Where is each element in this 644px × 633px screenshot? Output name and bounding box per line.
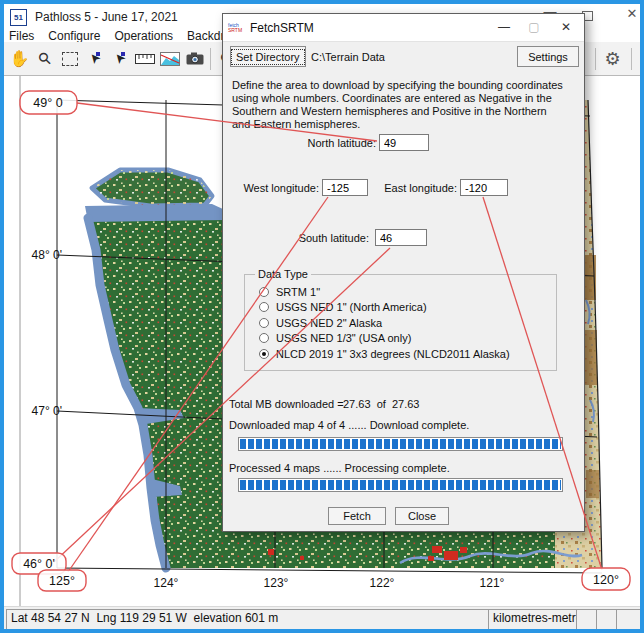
radio-label: USGS NED 2" Alaska (276, 317, 382, 329)
download-progress-bar (238, 437, 563, 451)
pathloss-app-icon: 51 (10, 9, 27, 26)
radio-usgs-ned-third[interactable]: USGS NED 1/3" (USA only) (259, 331, 556, 347)
help-icon[interactable]: ? (632, 47, 644, 71)
toolbar-separator (210, 48, 211, 70)
fetch-button[interactable]: Fetch (328, 507, 386, 525)
window-title: Pathloss 5 - June 17, 2021 (35, 10, 178, 24)
radio-nlcd-2019[interactable]: NLCD 2019 1" 3x3 degrees (NLCD2011 Alask… (259, 346, 556, 362)
menu-operations[interactable]: Operations (114, 29, 173, 43)
zoom-icon[interactable]: ⚲ (32, 47, 57, 71)
radio-icon[interactable] (259, 287, 269, 297)
lng-tick-124: 124° (154, 576, 179, 590)
radio-srtm-1[interactable]: SRTM 1" (259, 284, 556, 300)
pan-hand-icon[interactable]: ✋ (7, 47, 32, 71)
total-mb-label: Total MB downloaded = (229, 398, 344, 410)
menu-files[interactable]: Files (9, 29, 34, 43)
fetchsrtm-dialog: fetchSRTM FetchSRTM — ▢ ✕ Set Directory … (222, 13, 585, 532)
dialog-body: Set Directory C:\Terrain Data Settings D… (223, 42, 584, 531)
radio-icon-selected[interactable] (259, 349, 269, 359)
radio-icon[interactable] (259, 302, 269, 312)
fetchsrtm-app-icon: fetchSRTM (228, 21, 244, 35)
dialog-minimize-button[interactable]: — (491, 17, 517, 37)
process-status-line: Processed 4 maps ...... Processing compl… (229, 462, 450, 474)
pathloss-main-window: 51 Pathloss 5 - June 17, 2021 — ✕ Files … (0, 0, 644, 633)
process-progress-bar (238, 478, 563, 492)
settings-button[interactable]: Settings (517, 46, 579, 67)
site-cursor-icon[interactable]: ➤ (82, 47, 107, 71)
radio-usgs-ned-1[interactable]: USGS NED 1" (North America) (259, 300, 556, 316)
close-button[interactable]: ✕ (622, 6, 642, 21)
lng-tick-123: 123° (264, 576, 289, 590)
south-latitude-label: South latitude: (274, 232, 369, 244)
dialog-title: FetchSRTM (250, 21, 314, 35)
units-readout: kilometres-metres (488, 609, 582, 630)
link-cursor-icon[interactable]: ➤ (107, 47, 132, 71)
dialog-maximize-button[interactable]: ▢ (521, 17, 547, 37)
description-text: Define the area to download by specifyin… (232, 79, 568, 131)
west-longitude-label: West longitude: (224, 182, 319, 194)
strait-water (85, 204, 225, 222)
lat-tick-47: 47° 0' (32, 404, 62, 418)
lat-tick-48: 48° 0' (32, 248, 62, 262)
status-bar: Lat 48 54 27 N Lng 119 29 51 W elevation… (4, 606, 640, 630)
east-longitude-input[interactable] (460, 179, 508, 196)
area-select-icon[interactable] (57, 47, 82, 71)
app-icon-text: 51 (14, 13, 23, 22)
lng-tick-122: 122° (370, 576, 395, 590)
terrain-profile-icon[interactable] (157, 47, 182, 71)
download-status-line: Downloaded map 4 of 4 ...... Download co… (229, 419, 469, 431)
east-longitude-label: East longitude: (363, 182, 457, 194)
north-latitude-input[interactable] (379, 134, 429, 151)
radio-label: NLCD 2019 1" 3x3 degrees (NLCD2011 Alask… (276, 348, 510, 360)
dialog-close-icon[interactable]: ✕ (553, 17, 579, 37)
radio-label: USGS NED 1/3" (USA only) (276, 332, 411, 344)
dialog-title-bar: fetchSRTM FetchSRTM — ▢ ✕ (223, 14, 584, 42)
radio-icon[interactable] (259, 318, 269, 328)
gear-settings-icon[interactable]: ⚙ (600, 47, 625, 71)
set-directory-button[interactable]: Set Directory (230, 46, 306, 67)
data-type-group: Data Type SRTM 1" USGS NED 1" (North Ame… (244, 268, 557, 371)
measure-ruler-icon[interactable] (132, 47, 157, 71)
west-longitude-input[interactable] (322, 179, 368, 196)
radio-label: USGS NED 1" (North America) (276, 301, 427, 313)
radio-icon[interactable] (259, 333, 269, 343)
radio-usgs-ned-2-alaska[interactable]: USGS NED 2" Alaska (259, 315, 556, 331)
status-cell-3 (616, 609, 642, 630)
radio-label: SRTM 1" (276, 286, 320, 298)
toolbar-separator-right (595, 48, 596, 70)
south-latitude-input[interactable] (375, 229, 427, 246)
cursor-position-readout: Lat 48 54 27 N Lng 119 29 51 W elevation… (6, 609, 494, 630)
menu-configure[interactable]: Configure (48, 29, 100, 43)
directory-path: C:\Terrain Data (311, 51, 385, 63)
capture-camera-icon[interactable] (182, 47, 207, 71)
lng-tick-121: 121° (480, 576, 505, 590)
close-button-dialog[interactable]: Close (395, 507, 449, 525)
total-mb-value: 27.63 of 27.63 (343, 398, 419, 410)
data-type-legend: Data Type (255, 268, 311, 280)
north-latitude-label: North latitude: (276, 137, 376, 149)
